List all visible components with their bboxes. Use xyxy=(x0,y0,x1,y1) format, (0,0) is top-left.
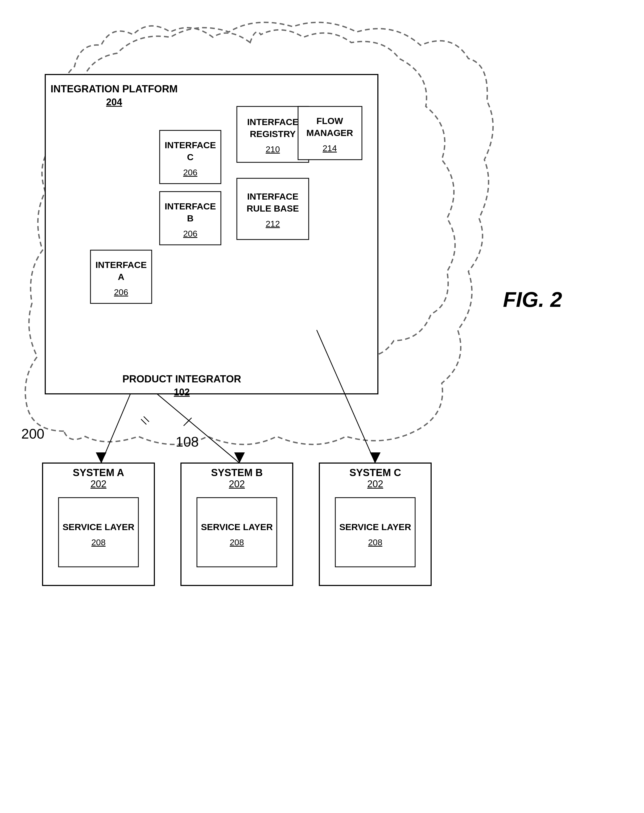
interface-a-ref: 206 xyxy=(114,287,128,297)
interface-a-label: INTERFACE A xyxy=(92,259,150,282)
svg-line-13 xyxy=(101,394,130,463)
interface-b-box: INTERFACE B 206 xyxy=(161,194,219,245)
interface-rule-base-ref: 212 xyxy=(265,219,280,229)
svg-line-21 xyxy=(184,420,189,426)
interface-rule-base-box: INTERFACE RULE BASE 212 xyxy=(238,180,307,239)
system-a-service-layer: SERVICE LAYER 208 xyxy=(60,502,137,567)
system-c-label: SYSTEM C 202 xyxy=(322,467,428,490)
svg-line-20 xyxy=(144,416,149,422)
system-b-service-layer: SERVICE LAYER 208 xyxy=(198,502,275,567)
system-b-label: SYSTEM B 202 xyxy=(184,467,290,490)
svg-marker-17 xyxy=(234,453,245,463)
flow-manager-box: FLOW MANAGER 214 xyxy=(299,109,360,160)
ref-200: 200 xyxy=(21,426,44,442)
svg-line-15 xyxy=(317,330,375,463)
svg-line-22 xyxy=(186,418,192,423)
interface-a-box: INTERFACE A 206 xyxy=(92,253,150,304)
system-a-label: SYSTEM A 202 xyxy=(45,467,152,490)
interface-b-label: INTERFACE B xyxy=(161,200,219,224)
ref-108: 108 xyxy=(176,434,199,450)
system-c-service-layer: SERVICE LAYER 208 xyxy=(337,502,414,567)
diagram-container: INTEGRATION PLATFORM 204 PRODUCT INTEGRA… xyxy=(11,11,633,798)
svg-line-14 xyxy=(157,394,239,463)
interface-rule-base-label: INTERFACE RULE BASE xyxy=(238,190,307,214)
svg-marker-16 xyxy=(96,453,106,463)
interface-c-label: INTERFACE C xyxy=(161,139,219,163)
interface-c-ref: 206 xyxy=(183,168,197,178)
svg-line-19 xyxy=(141,419,146,425)
interface-registry-label: INTERFACE REGISTRY xyxy=(238,116,307,140)
svg-marker-18 xyxy=(370,453,380,463)
fig-label: FIG. 2 xyxy=(503,287,562,312)
interface-registry-ref: 210 xyxy=(265,144,280,154)
interface-c-box: INTERFACE C 206 xyxy=(161,133,219,184)
flow-manager-label: FLOW MANAGER xyxy=(299,115,360,138)
interface-registry-box: INTERFACE REGISTRY 210 xyxy=(238,109,307,162)
product-integrator-label: PRODUCT INTEGRATOR 102 xyxy=(123,373,241,399)
integration-platform-label: INTEGRATION PLATFORM 204 xyxy=(51,83,178,109)
interface-b-ref: 206 xyxy=(183,229,197,239)
flow-manager-ref: 214 xyxy=(322,143,337,153)
